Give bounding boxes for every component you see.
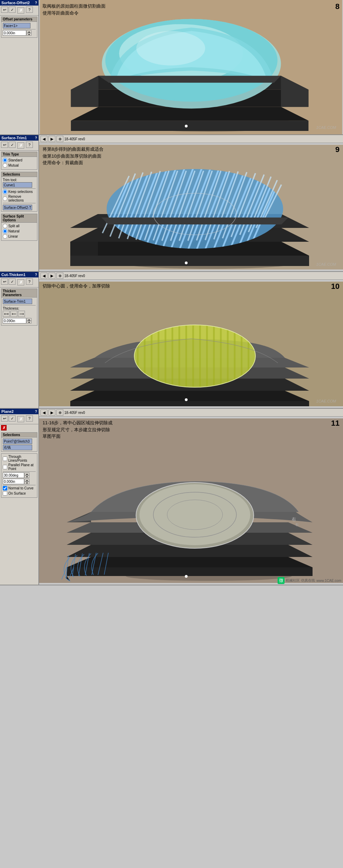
thickness-icon-1[interactable]: ⟷ xyxy=(3,311,10,317)
thickness-field[interactable] xyxy=(3,318,26,324)
point-field-4[interactable] xyxy=(3,439,32,444)
normal-curve-check[interactable] xyxy=(3,486,7,490)
cancel-btn-4[interactable]: ✗ xyxy=(17,416,24,422)
sidebar-toolbar-4: ↩ ✓ ✗ ? xyxy=(0,414,38,424)
cn-line1-1: 取阀板的原始圆柱面微切割曲面 xyxy=(43,3,106,10)
thicken-params-content: Thickness: ⟷ ⟵ ⟶ ▲ ▼ xyxy=(1,298,37,325)
cancel-btn-2[interactable]: ✗ xyxy=(17,142,24,149)
selections-title-4: Selections xyxy=(1,433,37,437)
radio-linear: Linear xyxy=(3,234,36,239)
top-bar-2: ◀ ▶ ⊕ 18-405F rev0 xyxy=(39,135,343,143)
offset-value-row: ▲ ▼ xyxy=(3,30,36,36)
edge-field-4[interactable] xyxy=(3,445,32,450)
spin-up-3[interactable]: ▲ xyxy=(27,318,31,321)
cn-text-2: 将第8步得到的曲面裁剪成适合 做第10步曲面加厚切除的曲面 使用命令：剪裁曲面 xyxy=(43,146,103,166)
cn-text-4: 11-16步，将中心园区域拉伸切除成 形至规定尺寸，本步建立拉伸切除 草图平面 xyxy=(43,419,112,440)
radio-linear-input[interactable] xyxy=(3,234,7,239)
radio-standard: Standard xyxy=(3,158,36,162)
parallel-plane-check[interactable] xyxy=(3,465,7,469)
topbar-icon-4b[interactable]: ▶ xyxy=(48,409,55,416)
step-badge-3: 10 xyxy=(331,282,340,291)
sidebar-close-1[interactable]: ? xyxy=(35,1,37,5)
topbar-icon-4a[interactable]: ◀ xyxy=(40,409,47,416)
trim0-field[interactable] xyxy=(3,205,32,210)
help-btn-3[interactable]: ? xyxy=(26,278,33,285)
distance-field[interactable] xyxy=(3,479,24,484)
spin-up-dist[interactable]: ▲ xyxy=(25,479,29,481)
model-svg-4: 右 右 xyxy=(39,417,343,585)
thickness-spinner: ▲ ▼ xyxy=(27,318,31,324)
trim-tool-field[interactable] xyxy=(3,182,32,188)
confirm-btn-2[interactable]: ✓ xyxy=(9,142,16,148)
confirm-btn-1[interactable]: ✓ xyxy=(9,7,16,13)
sidebar-close-2[interactable]: ? xyxy=(35,136,37,140)
sidebar-title-1: Surface-Offset2 xyxy=(1,1,30,5)
radio-standard-input[interactable] xyxy=(3,158,7,162)
confirm-btn-3[interactable]: ✓ xyxy=(9,278,16,285)
section-2: Surface-Trim1 ? ↩ ✓ ✗ ? Trim Type Standa… xyxy=(0,135,343,272)
help-btn-2[interactable]: ? xyxy=(26,142,33,148)
radio-remove-input[interactable] xyxy=(3,196,7,201)
help-btn-4[interactable]: ? xyxy=(26,415,33,422)
radio-natural-input[interactable] xyxy=(3,229,7,233)
angle-spinner: ▲ ▼ xyxy=(25,472,29,478)
radio-keep: Keep selections xyxy=(3,189,36,194)
topbar-icon-2a[interactable]: ◀ xyxy=(40,136,47,142)
surface-field-3[interactable] xyxy=(3,299,32,304)
topbar-icon-2c[interactable]: ⊕ xyxy=(56,136,63,142)
radio-keep-input[interactable] xyxy=(3,189,7,194)
cn-line1-3: 切除中心圆，使用命令，加厚切除 xyxy=(43,283,110,290)
topbar-icon-2b[interactable]: ▶ xyxy=(48,136,55,142)
topbar-icon-3a[interactable]: ◀ xyxy=(40,273,47,279)
thickness-icons: ⟷ ⟵ ⟶ xyxy=(3,311,36,317)
main-view-3: ◀ ▶ ⊕ 18-405F rev0 切除中心圆，使用命令，加厚切除 10 1C… xyxy=(39,272,343,408)
undo-btn-1[interactable]: ↩ xyxy=(1,7,8,13)
thickness-icon-2[interactable]: ⟵ xyxy=(10,311,17,317)
parallel-plane-row: Parallel Plane at Point xyxy=(3,463,36,471)
radio-split-all-label: Split all xyxy=(8,224,19,228)
spin-up[interactable]: ▲ xyxy=(27,30,31,33)
thicken-params-group: Thicken Parameters Thickness: ⟷ ⟵ ⟶ ▲ ▼ xyxy=(1,289,37,326)
trim-type-title: Trim Type xyxy=(1,152,37,157)
angle-field[interactable] xyxy=(3,472,24,478)
sidebar-2: Surface-Trim1 ? ↩ ✓ ✗ ? Trim Type Standa… xyxy=(0,135,39,271)
sidebar-close-3[interactable]: ? xyxy=(35,273,37,277)
spin-down[interactable]: ▼ xyxy=(27,33,31,36)
on-surface-label: On Surface xyxy=(8,491,26,495)
topbar-icon-3c[interactable]: ⊕ xyxy=(56,273,63,279)
spin-up-angle[interactable]: ▲ xyxy=(25,472,29,475)
offset-value-field[interactable] xyxy=(3,30,26,36)
topbar-icon-3b[interactable]: ▶ xyxy=(48,273,55,279)
svg-text:右: 右 xyxy=(292,517,296,522)
thickness-icon-3[interactable]: ⟶ xyxy=(18,311,25,317)
undo-btn-2[interactable]: ↩ xyxy=(1,142,8,148)
radio-mutual-input[interactable] xyxy=(3,163,7,168)
svg-point-107 xyxy=(139,484,250,545)
cancel-btn-1[interactable]: ✗ xyxy=(17,7,24,14)
help-btn-1[interactable]: ? xyxy=(26,7,33,13)
delete-btn-4[interactable]: ✗ xyxy=(1,425,7,431)
cancel-btn-3[interactable]: ✗ xyxy=(17,279,24,285)
selections-content-4 xyxy=(1,437,37,451)
main-view-4: ◀ ▶ ⊕ 18-405F rev0 11-16步，将中心园区域拉伸切除成 形至… xyxy=(39,409,343,585)
sidebar-toolbar-3: ↩ ✓ ✗ ? xyxy=(0,277,38,287)
radio-split-all-input[interactable] xyxy=(3,224,7,228)
topbar-icon-4c[interactable]: ⊕ xyxy=(56,409,63,416)
through-lines-check[interactable] xyxy=(3,457,7,461)
thickness-value-row: ▲ ▼ xyxy=(3,318,36,324)
undo-btn-3[interactable]: ↩ xyxy=(1,278,8,285)
cn-line2-2: 做第10步曲面加厚切除的曲面 xyxy=(43,153,103,160)
section-4: Plane2 ? ↩ ✓ ✗ ? ✗ Selections Th xyxy=(0,409,343,585)
spin-down-angle[interactable]: ▼ xyxy=(25,475,29,478)
spin-down-3[interactable]: ▼ xyxy=(27,321,31,324)
sidebar-close-4[interactable]: ? xyxy=(35,410,37,414)
on-surface-check[interactable] xyxy=(3,491,7,496)
sidebar-title-3: Cut-Thicken1 xyxy=(1,273,26,277)
cn-line1-4: 11-16步，将中心园区域拉伸切除成 xyxy=(43,419,112,426)
offset-params-content: ▲ ▼ xyxy=(1,22,37,37)
confirm-btn-4[interactable]: ✓ xyxy=(9,415,16,422)
spin-down-dist[interactable]: ▼ xyxy=(25,481,29,484)
offset-params-title: Offset parameters xyxy=(1,17,37,22)
face-field[interactable] xyxy=(3,23,30,28)
undo-btn-4[interactable]: ↩ xyxy=(1,415,8,422)
